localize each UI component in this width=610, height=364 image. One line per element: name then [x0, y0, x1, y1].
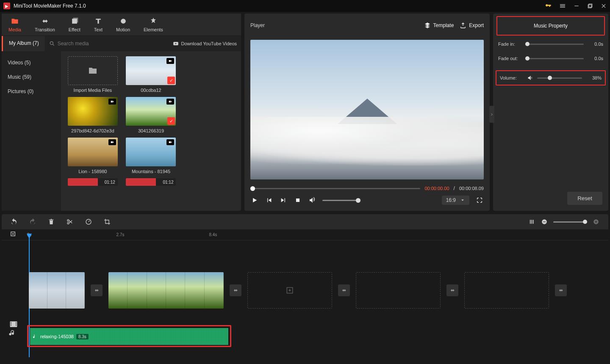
maximize-icon[interactable]	[587, 3, 593, 9]
timeline-toolbar	[2, 214, 608, 229]
titlebar: ▶ MiniTool MovieMaker Free 7.1.0	[0, 0, 610, 12]
zoom-in-button[interactable]	[592, 218, 600, 226]
media-item[interactable]: ✓ 00cdba12	[125, 56, 178, 93]
tab-label: Effect	[69, 27, 80, 32]
export-label: Export	[469, 22, 484, 28]
redo-button[interactable]	[29, 218, 36, 226]
split-button[interactable]	[66, 218, 74, 226]
close-icon[interactable]	[601, 3, 607, 9]
fade-out-label: Fade out:	[498, 56, 522, 61]
audio-clip[interactable]: relaxing-145038 8.3s	[30, 328, 228, 345]
media-item[interactable]: Lion - 158980	[66, 138, 119, 174]
zoom-out-button[interactable]	[541, 218, 548, 226]
fade-out-slider[interactable]	[525, 58, 584, 59]
speaker-icon[interactable]	[527, 74, 534, 81]
tab-label: Media	[8, 27, 21, 32]
snap-button[interactable]	[528, 218, 535, 226]
add-track-button[interactable]	[10, 231, 17, 238]
transition-slot[interactable]	[230, 284, 241, 296]
transition-slot[interactable]	[91, 284, 103, 296]
crop-button[interactable]	[103, 218, 111, 226]
media-item[interactable]: 01:12	[125, 178, 178, 186]
svg-rect-24	[596, 221, 596, 223]
tab-elements[interactable]: Elements	[137, 14, 170, 36]
media-label: 3041266319	[138, 128, 164, 133]
svg-point-6	[50, 41, 53, 44]
fade-out-value: 0.0s	[587, 56, 603, 61]
export-icon	[460, 22, 466, 29]
tab-media[interactable]: Media	[2, 14, 28, 36]
search-input[interactable]	[58, 41, 169, 47]
menu-icon[interactable]	[559, 3, 566, 9]
svg-rect-32	[16, 325, 17, 326]
sidebar-item-music[interactable]: Music (59)	[2, 70, 61, 84]
time-current: 00:00:00.00	[424, 186, 449, 191]
sidebar-item-videos[interactable]: Videos (5)	[2, 55, 61, 70]
fullscreen-button[interactable]	[475, 196, 484, 204]
volume-slider[interactable]	[322, 200, 360, 201]
timeline-ruler[interactable]: 0s 2.7s 8.4s	[2, 229, 608, 240]
video-badge-icon	[108, 99, 116, 105]
volume-slider-prop[interactable]	[537, 77, 582, 79]
tab-effect[interactable]: Effect	[62, 14, 87, 36]
album-tab-myalbum[interactable]: My Album (7)	[2, 36, 45, 51]
fade-in-row: Fade in: 0.0s	[498, 41, 603, 47]
tab-transition[interactable]: Transition	[28, 14, 62, 36]
albums-header: My Album (7) Download YouTube Videos	[2, 36, 241, 51]
svg-rect-8	[169, 60, 171, 62]
key-icon[interactable]	[545, 3, 552, 9]
transition-slot[interactable]	[338, 284, 350, 296]
ruler-mark: 8.4s	[209, 232, 217, 237]
empty-clip-slot[interactable]	[247, 272, 332, 309]
minimize-icon[interactable]	[574, 3, 580, 9]
media-item[interactable]: Mountains - 81945	[125, 138, 178, 174]
svg-rect-12	[169, 141, 171, 143]
media-label: 297bd842-6d702e3d	[71, 128, 114, 133]
audio-clip-duration: 8.3s	[76, 334, 89, 339]
tab-motion[interactable]: Motion	[109, 14, 137, 36]
volume-icon[interactable]	[308, 196, 316, 204]
svg-rect-18	[531, 220, 532, 223]
video-clip[interactable]	[29, 272, 85, 309]
empty-clip-slot[interactable]	[356, 272, 441, 309]
volume-value: 38%	[585, 75, 602, 80]
svg-rect-31	[16, 323, 17, 324]
scrubber[interactable]	[250, 188, 420, 189]
empty-clip-slot[interactable]	[464, 272, 549, 309]
video-preview[interactable]	[250, 40, 484, 179]
chevron-down-icon	[460, 198, 465, 203]
sidebar-item-pictures[interactable]: Pictures (0)	[2, 84, 61, 99]
tab-text[interactable]: Text	[87, 14, 109, 36]
panel-collapse-button[interactable]: ›	[489, 106, 494, 123]
reset-button[interactable]: Reset	[567, 192, 602, 205]
transition-slot[interactable]	[555, 284, 567, 296]
svg-rect-1	[589, 4, 592, 7]
prev-frame-button[interactable]	[265, 196, 273, 204]
zoom-slider[interactable]	[553, 221, 587, 223]
download-youtube-button[interactable]: Download YouTube Videos	[173, 36, 241, 51]
video-track[interactable]	[29, 272, 604, 309]
aspect-ratio-select[interactable]: 16:9	[442, 196, 469, 205]
template-button[interactable]: Template	[424, 22, 454, 29]
stop-button[interactable]	[294, 196, 302, 204]
media-item[interactable]: 297bd842-6d702e3d	[66, 97, 119, 133]
speed-button[interactable]	[85, 218, 92, 226]
properties-title: Music Property	[496, 16, 605, 36]
undo-button[interactable]	[10, 218, 18, 226]
download-icon	[173, 41, 179, 47]
media-item[interactable]: ✓ 3041266319	[125, 97, 178, 133]
transition-slot[interactable]	[446, 284, 458, 296]
svg-rect-13	[296, 199, 299, 202]
volume-label: Volume:	[500, 75, 524, 80]
import-media-button[interactable]: Import Media Files	[66, 56, 119, 93]
svg-rect-28	[11, 323, 11, 324]
play-button[interactable]	[250, 196, 259, 204]
fade-in-slider[interactable]	[525, 44, 584, 45]
delete-button[interactable]	[47, 218, 55, 226]
audio-track: relaxing-145038 8.3s	[27, 325, 231, 347]
media-item[interactable]: 01:12	[66, 178, 119, 186]
ruler-mark: 2.7s	[116, 232, 125, 237]
export-button[interactable]: Export	[460, 22, 484, 29]
next-frame-button[interactable]	[279, 196, 288, 204]
video-clip[interactable]	[108, 272, 224, 309]
